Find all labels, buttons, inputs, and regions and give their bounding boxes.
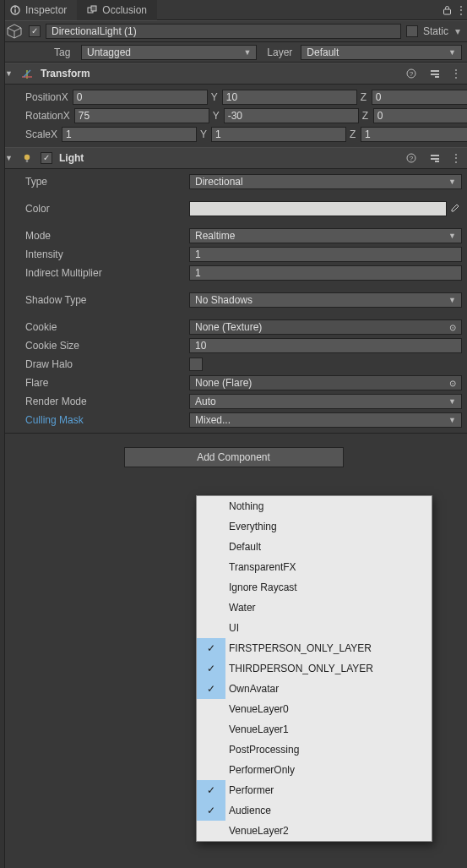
light-icon: [20, 151, 34, 165]
mask-option[interactable]: Water: [197, 598, 432, 618]
checkmark-icon: [197, 577, 225, 598]
mask-option-label: Nothing: [225, 500, 263, 512]
mask-option-label: VenueLayer0: [225, 703, 289, 715]
tag-dropdown[interactable]: Untagged▼: [81, 45, 257, 60]
mask-option[interactable]: PerformerOnly: [197, 760, 432, 780]
svg-rect-13: [431, 74, 439, 75]
checkmark-icon: ✓: [197, 780, 225, 800]
scale-z-input[interactable]: [361, 127, 467, 142]
indirect-multiplier-input[interactable]: [189, 265, 462, 281]
checkmark-icon: [197, 557, 225, 577]
intensity-label: Intensity: [5, 248, 189, 260]
info-icon: [10, 5, 20, 15]
transform-icon: [20, 67, 34, 80]
svg-text:?: ?: [410, 155, 414, 162]
light-enabled-checkbox[interactable]: [41, 152, 52, 164]
help-icon[interactable]: ?: [403, 150, 420, 167]
rotation-label: Rotation: [5, 110, 63, 122]
checkmark-icon: [197, 821, 225, 841]
axis-x-label: X: [62, 91, 70, 103]
type-label: Type: [5, 176, 189, 188]
mask-option[interactable]: VenueLayer2: [197, 821, 432, 841]
position-label: Position: [5, 91, 62, 103]
add-component-button[interactable]: Add Component: [124, 447, 344, 467]
fold-icon: ▼: [5, 154, 14, 162]
add-component-label: Add Component: [197, 451, 270, 463]
render-mode-label: Render Mode: [5, 396, 189, 407]
active-checkbox[interactable]: [29, 25, 41, 37]
tag-value: Untagged: [87, 46, 131, 58]
rotation-y-input[interactable]: [224, 108, 359, 123]
mask-option-label: THIRDPERSON_ONLY_LAYER: [225, 663, 373, 674]
cookie-size-label: Cookie Size: [5, 340, 189, 352]
rotation-z-input[interactable]: [373, 108, 467, 123]
mask-option[interactable]: Nothing: [197, 496, 432, 516]
lock-icon[interactable]: [438, 2, 455, 19]
light-body: Type Directional▼ Color Mode Realtime▼ I…: [0, 169, 467, 433]
intensity-input[interactable]: [189, 247, 462, 262]
tab-occlusion[interactable]: Occlusion: [77, 0, 157, 20]
checkmark-icon: ✓: [197, 638, 225, 658]
position-x-input[interactable]: [73, 90, 208, 105]
checkmark-icon: [197, 719, 225, 740]
checkmark-icon: [197, 760, 225, 780]
mask-option[interactable]: Ignore Raycast: [197, 577, 432, 598]
mask-option[interactable]: VenueLayer0: [197, 699, 432, 719]
transform-body: Position X Y Z Rotation X Y Z Scale X Y …: [0, 85, 467, 147]
layer-dropdown[interactable]: Default▼: [301, 45, 462, 60]
mask-option-label: Ignore Raycast: [225, 581, 297, 593]
mode-dropdown[interactable]: Realtime▼: [189, 228, 462, 243]
mask-option-label: Default: [225, 541, 261, 553]
preset-icon[interactable]: [426, 65, 443, 82]
mask-option[interactable]: UI: [197, 618, 432, 638]
static-label: Static: [423, 25, 448, 37]
mask-option[interactable]: ✓FIRSTPERSON_ONLY_LAYER: [197, 638, 432, 658]
cookie-field[interactable]: None (Texture)⊙: [189, 319, 462, 335]
mask-option-label: OwnAvatar: [225, 683, 279, 695]
render-mode-dropdown[interactable]: Auto▼: [189, 394, 462, 409]
light-header[interactable]: ▼ Light ? ⋮: [0, 147, 467, 169]
mask-option[interactable]: TransparentFX: [197, 557, 432, 577]
mask-option[interactable]: PostProcessing: [197, 740, 432, 760]
checkmark-icon: [197, 598, 225, 618]
rotation-x-input[interactable]: [74, 108, 209, 123]
type-dropdown[interactable]: Directional▼: [189, 174, 462, 189]
mask-option[interactable]: ✓Audience: [197, 800, 432, 821]
color-field[interactable]: [189, 201, 447, 216]
checkmark-icon: [197, 496, 225, 516]
draw-halo-checkbox[interactable]: [189, 358, 203, 371]
gameobject-icon[interactable]: [5, 22, 24, 41]
tag-layer-row: Tag Untagged▼ Layer Default▼: [0, 42, 467, 63]
cookie-size-input[interactable]: [189, 338, 462, 353]
culling-mask-dropdown[interactable]: Mixed...▼: [189, 412, 462, 428]
mask-option[interactable]: ✓Performer: [197, 780, 432, 800]
scale-y-input[interactable]: [211, 127, 346, 142]
scale-x-input[interactable]: [62, 127, 197, 142]
mask-option[interactable]: Everything: [197, 516, 432, 537]
tab-inspector[interactable]: Inspector: [0, 0, 77, 20]
component-menu-icon[interactable]: ⋮: [450, 152, 462, 164]
svg-rect-4: [91, 6, 96, 11]
static-checkbox[interactable]: [406, 25, 418, 37]
position-z-input[interactable]: [372, 90, 467, 105]
flare-label: Flare: [5, 377, 189, 389]
component-menu-icon[interactable]: ⋮: [450, 68, 462, 79]
transform-header[interactable]: ▼ Transform ? ⋮: [0, 63, 467, 85]
mask-option-label: TransparentFX: [225, 561, 296, 573]
tab-menu-icon[interactable]: ⋮: [455, 2, 467, 19]
occlusion-icon: [87, 5, 97, 15]
color-label: Color: [5, 203, 189, 215]
object-name-input[interactable]: [46, 24, 401, 39]
shadow-type-dropdown[interactable]: No Shadows▼: [189, 292, 462, 308]
flare-field[interactable]: None (Flare)⊙: [189, 375, 462, 390]
mask-option[interactable]: Default: [197, 537, 432, 557]
preset-icon[interactable]: [426, 150, 443, 167]
eyedropper-icon[interactable]: [447, 201, 462, 216]
mask-option[interactable]: ✓OwnAvatar: [197, 679, 432, 699]
position-y-input[interactable]: [222, 90, 357, 105]
static-dropdown-icon[interactable]: ▾: [453, 25, 462, 37]
mask-option[interactable]: ✓THIRDPERSON_ONLY_LAYER: [197, 658, 432, 679]
help-icon[interactable]: ?: [403, 65, 420, 82]
culling-mask-popup: NothingEverythingDefaultTransparentFXIgn…: [196, 495, 432, 842]
mask-option[interactable]: VenueLayer1: [197, 719, 432, 740]
